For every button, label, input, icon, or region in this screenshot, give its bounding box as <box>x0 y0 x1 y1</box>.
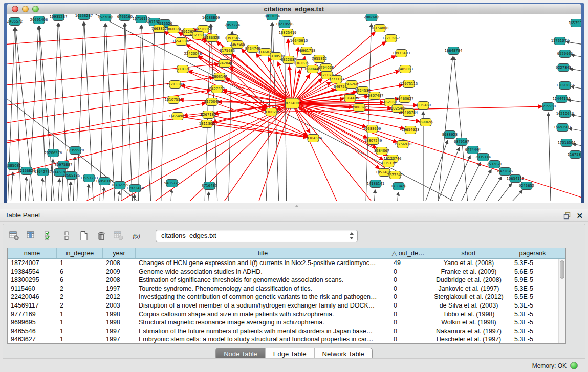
table-cell[interactable]: Hescheler et al. (1997) <box>426 335 511 344</box>
table-cell[interactable]: 19384554 <box>8 268 57 276</box>
edge[interactable] <box>442 156 470 201</box>
table-cell[interactable]: Tourette syndrome. Phenomenology and cla… <box>136 285 390 293</box>
table-cell[interactable]: Genome-wide association studies in ADHD. <box>136 268 390 276</box>
table-cell[interactable]: 0 <box>390 327 426 336</box>
tab-edge-table[interactable]: Edge Table <box>265 348 314 359</box>
window-titlebar[interactable]: citations_edges.txt <box>7 4 581 14</box>
table-cell[interactable]: 5.3E-5 <box>511 301 554 310</box>
table-settings-button[interactable] <box>7 229 21 243</box>
table-cell[interactable]: Disruption of a novel member of a sodium… <box>136 301 390 310</box>
table-cell[interactable]: 1997 <box>103 285 136 293</box>
table-cell[interactable]: 6 <box>57 276 103 285</box>
column-header-year[interactable]: year <box>103 248 136 258</box>
table-cell[interactable]: 1997 <box>103 335 136 344</box>
table-cell[interactable]: 1 <box>57 327 103 336</box>
selected-edge[interactable] <box>7 103 206 145</box>
table-cell[interactable]: 2 <box>57 293 103 301</box>
column-header-indegree[interactable]: in_degree <box>57 248 103 258</box>
edge[interactable] <box>15 28 35 201</box>
edge[interactable] <box>24 177 26 201</box>
table-cell[interactable]: 0 <box>390 268 426 276</box>
edge[interactable] <box>142 25 151 201</box>
table-cell[interactable]: 0 <box>390 301 426 310</box>
table-cell[interactable]: 1997 <box>103 327 136 336</box>
table-cell[interactable]: 2008 <box>103 276 136 285</box>
table-cell[interactable]: Corpus callosum shape and size in male p… <box>136 310 390 319</box>
table-cell[interactable]: 0 <box>390 310 426 319</box>
column-header-outde[interactable]: △ out_de… <box>390 248 426 258</box>
edge[interactable] <box>452 163 481 201</box>
edge[interactable] <box>570 69 581 74</box>
table-cell[interactable]: 1 <box>57 310 103 319</box>
network-canvas[interactable]: 1872400724055722069140610935287105532871… <box>7 14 581 203</box>
edge[interactable] <box>99 24 105 201</box>
new-file-button[interactable] <box>77 229 91 243</box>
edge[interactable] <box>485 184 512 201</box>
selected-edge[interactable] <box>292 103 581 201</box>
table-cell[interactable]: Tibbo et al. (1998) <box>426 310 511 319</box>
table-cell[interactable]: Wolkin et al. (1998) <box>426 318 511 327</box>
edge[interactable] <box>228 31 232 201</box>
tab-network-table[interactable]: Network Table <box>314 348 372 359</box>
edge[interactable] <box>548 113 551 201</box>
table-cell[interactable]: 2003 <box>103 301 136 310</box>
edge[interactable] <box>117 191 119 201</box>
table-cell[interactable]: Structural magnetic resonance image aver… <box>136 318 390 327</box>
edge[interactable] <box>373 190 375 201</box>
table-cell[interactable]: 5.3E-5 <box>511 318 554 327</box>
minimize-button[interactable] <box>22 6 29 12</box>
table-row[interactable]: 911546021997Tourette syndrome. Phenomeno… <box>8 285 565 293</box>
table-cell[interactable]: 9465546 <box>8 327 57 336</box>
table-cell[interactable]: 14569117 <box>8 301 57 310</box>
edge[interactable] <box>102 187 104 201</box>
edge[interactable] <box>150 28 155 201</box>
table-cell[interactable]: 5.9E-5 <box>511 276 554 285</box>
edge[interactable] <box>40 178 42 201</box>
column-header-short[interactable]: short <box>426 248 511 258</box>
edge[interactable] <box>496 190 522 201</box>
table-cell[interactable]: Franke et al. (2009) <box>426 268 511 276</box>
edge[interactable] <box>138 25 141 201</box>
table-cell[interactable]: 2 <box>57 301 103 310</box>
edge[interactable] <box>365 24 372 201</box>
zoom-button[interactable] <box>32 6 39 12</box>
column-header-name[interactable]: name <box>8 248 57 258</box>
table-cell[interactable]: 2008 <box>103 259 136 268</box>
table-cell[interactable]: 9115460 <box>8 285 57 293</box>
float-panel-button[interactable] <box>563 212 571 220</box>
table-cell[interactable]: 5.3E-5 <box>511 310 554 319</box>
table-cell[interactable]: 5.6E-5 <box>511 268 554 276</box>
table-cell[interactable]: Dudbridge et al. (2008) <box>426 276 511 285</box>
table-cell[interactable]: 49 <box>390 259 426 268</box>
table-cell[interactable]: 18300295 <box>8 276 57 285</box>
edge[interactable] <box>474 177 502 201</box>
select-columns-button[interactable] <box>42 229 56 243</box>
table-cell[interactable]: Nakamura et al. (1997) <box>426 327 511 336</box>
table-row[interactable]: 2242004622012Investigating the contribut… <box>8 293 565 301</box>
table-cell[interactable]: 2009 <box>103 268 136 276</box>
column-header-pagerank[interactable]: pagerank <box>511 248 554 258</box>
table-cell[interactable]: Yano et al. (2008) <box>426 259 511 268</box>
vertical-scrollbar[interactable] <box>558 259 565 343</box>
table-cell[interactable]: 1998 <box>103 310 136 319</box>
table-cell[interactable]: Changes of HCN gene expression and I(f) … <box>136 259 390 268</box>
table-row[interactable]: 946362711997Embryonic stem cells: a mode… <box>8 335 565 344</box>
table-row[interactable]: 1830029562008Estimation of significance … <box>8 276 565 285</box>
table-cell[interactable]: Estimation of significance thresholds fo… <box>136 276 390 285</box>
table-cell[interactable]: 2 <box>57 285 103 293</box>
table-cell[interactable]: 0 <box>390 293 426 301</box>
edge[interactable] <box>57 179 59 201</box>
table-cell[interactable]: 1 <box>57 318 103 327</box>
table-cell[interactable]: 5.3E-5 <box>511 285 554 293</box>
table-cell[interactable]: 5.5E-5 <box>511 293 554 301</box>
table-cell[interactable]: 0 <box>390 285 426 293</box>
table-cell[interactable]: 9463627 <box>8 335 57 344</box>
table-cell[interactable]: 0 <box>390 318 426 327</box>
table-row[interactable]: 977716911998Corpus callosum shape and si… <box>8 310 565 319</box>
table-cell[interactable]: 2012 <box>103 293 136 301</box>
edge[interactable] <box>125 23 133 201</box>
table-cell[interactable]: Investigating the contribution of common… <box>136 293 390 301</box>
column-selector-button[interactable] <box>25 229 39 243</box>
table-row[interactable]: 1872400712008Changes of HCN gene express… <box>8 259 565 268</box>
column-header-title[interactable]: title <box>136 248 390 258</box>
